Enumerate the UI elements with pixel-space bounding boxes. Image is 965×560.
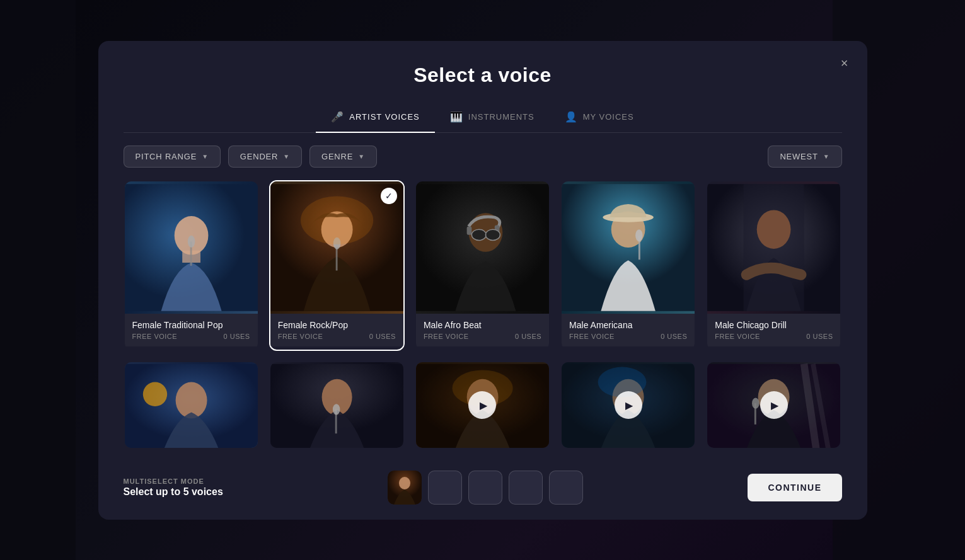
multiselect-mode-label: MULTISELECT MODE (124, 477, 223, 485)
close-button[interactable]: × (835, 54, 855, 74)
voice-meta: FREE VOICE 0 USES (569, 333, 687, 340)
tab-instruments[interactable]: 🎹 INSTRUMENTS (435, 105, 550, 133)
svg-point-27 (142, 382, 166, 406)
voice-name: Female Rock/Pop (278, 320, 396, 330)
filters-row: PITCH RANGE ▼ GENDER ▼ GENRE ▼ NEWEST ▼ (98, 133, 867, 180)
svg-point-31 (333, 404, 340, 414)
voice-tag: FREE VOICE (715, 333, 760, 340)
svg-point-21 (635, 229, 643, 241)
voice-meta: FREE VOICE 0 USES (132, 333, 250, 340)
tab-artist-voices[interactable]: 🎤 ARTIST VOICES (316, 105, 435, 133)
play-button[interactable]: ▶ (468, 391, 496, 419)
modal-overlay: Select a voice × 🎤 ARTIST VOICES 🎹 INSTR… (0, 0, 965, 560)
voice-card-female-rock-pop[interactable]: ✓ (269, 180, 405, 351)
tabs-container: 🎤 ARTIST VOICES 🎹 INSTRUMENTS 👤 MY VOICE… (124, 105, 842, 133)
voice-image-female-trad (125, 181, 258, 314)
voice-name: Male Afro Beat (424, 320, 541, 330)
gender-label: GENDER (240, 152, 278, 161)
voice-info-female-trad: Female Traditional Pop FREE VOICE 0 USES (125, 314, 258, 346)
voice-tag: FREE VOICE (569, 333, 615, 340)
voice-uses: 0 USES (224, 333, 250, 340)
voice-meta: FREE VOICE 0 USES (424, 333, 541, 340)
voice-uses: 0 USES (515, 333, 541, 340)
voice-image-male-afro (416, 181, 549, 314)
genre-label: GENRE (321, 152, 353, 161)
selected-voices-row (233, 471, 738, 505)
voice-card-10[interactable]: ▶ (706, 361, 841, 449)
sort-label: NEWEST (780, 152, 818, 161)
voice-tag: FREE VOICE (424, 333, 469, 340)
continue-button[interactable]: CONTINUE (748, 474, 841, 501)
voice-card-6[interactable] (124, 361, 259, 449)
voice-image-6 (125, 362, 258, 449)
selected-slot-5 (549, 471, 583, 505)
play-button[interactable]: ▶ (615, 391, 642, 419)
voice-card-male-chicago-drill[interactable]: Male Chicago Drill FREE VOICE 0 USES (706, 180, 841, 351)
modal-title: Select a voice (124, 64, 842, 87)
voice-image-7 (270, 362, 403, 449)
select-voice-modal: Select a voice × 🎤 ARTIST VOICES 🎹 INSTR… (98, 41, 867, 520)
voice-info-male-afro: Male Afro Beat FREE VOICE 0 USES (416, 314, 549, 346)
voice-tag: FREE VOICE (278, 333, 323, 340)
voices-grid: Female Traditional Pop FREE VOICE 0 USES… (98, 180, 867, 453)
voice-card-male-afro-beat[interactable]: Male Afro Beat FREE VOICE 0 USES (415, 180, 550, 351)
selected-check-icon: ✓ (381, 188, 397, 204)
tab-my-voices[interactable]: 👤 MY VOICES (550, 105, 649, 133)
voice-card-male-americana[interactable]: Male Americana FREE VOICE 0 USES (560, 180, 696, 351)
play-overlay: ▶ (416, 362, 549, 448)
chevron-down-icon: ▼ (283, 153, 290, 160)
svg-point-45 (399, 477, 410, 489)
voice-card-9[interactable]: ▶ (560, 361, 696, 449)
sort-button[interactable]: NEWEST ▼ (768, 146, 841, 168)
voice-name: Male Americana (569, 320, 687, 330)
tab-artist-voices-label: ARTIST VOICES (349, 112, 420, 122)
pitch-range-filter[interactable]: PITCH RANGE ▼ (124, 146, 221, 168)
selected-slot-1 (388, 471, 422, 505)
voice-info-female-rock: Female Rock/Pop FREE VOICE 0 USES (270, 314, 403, 346)
voice-uses: 0 USES (661, 333, 687, 340)
footer-bar: MULTISELECT MODE Select up to 5 voices (98, 460, 867, 507)
svg-point-4 (187, 235, 195, 247)
selected-slot-3 (468, 471, 502, 505)
selected-slot-2 (428, 471, 462, 505)
voice-card-8[interactable]: ▶ (415, 361, 550, 449)
voice-meta: FREE VOICE 0 USES (715, 333, 833, 340)
svg-point-15 (485, 229, 500, 240)
voice-name: Female Traditional Pop (132, 320, 250, 330)
voice-info-male-americana: Male Americana FREE VOICE 0 USES (562, 314, 695, 346)
svg-rect-12 (467, 226, 472, 234)
voice-tag: FREE VOICE (132, 333, 178, 340)
chevron-down-icon: ▼ (823, 153, 830, 160)
piano-icon: 🎹 (450, 111, 463, 123)
person-icon: 👤 (565, 111, 578, 123)
voice-card-7[interactable] (269, 361, 405, 449)
selected-slot-4 (509, 471, 543, 505)
filters-left: PITCH RANGE ▼ GENDER ▼ GENRE ▼ (124, 146, 377, 168)
voice-image-male-chicago (707, 181, 840, 314)
play-overlay: ▶ (707, 362, 840, 448)
voice-image-male-americana (562, 181, 695, 314)
voice-info-male-chicago: Male Chicago Drill FREE VOICE 0 USES (707, 314, 840, 346)
multiselect-info: MULTISELECT MODE Select up to 5 voices (124, 477, 223, 498)
microphone-icon: 🎤 (331, 111, 344, 123)
select-count-label: Select up to 5 voices (124, 486, 223, 498)
tab-my-voices-label: MY VOICES (583, 112, 634, 122)
pitch-range-label: PITCH RANGE (136, 152, 197, 161)
voice-uses: 0 USES (806, 333, 833, 340)
genre-filter[interactable]: GENRE ▼ (309, 146, 377, 168)
play-button[interactable]: ▶ (760, 391, 788, 419)
chevron-down-icon: ▼ (202, 153, 209, 160)
svg-point-14 (471, 229, 486, 240)
play-overlay: ▶ (562, 362, 695, 448)
voice-meta: FREE VOICE 0 USES (278, 333, 396, 340)
voice-uses: 0 USES (369, 333, 396, 340)
gender-filter[interactable]: GENDER ▼ (228, 146, 302, 168)
svg-point-9 (301, 196, 373, 244)
voice-name: Male Chicago Drill (715, 320, 833, 330)
tab-instruments-label: INSTRUMENTS (468, 112, 535, 122)
voice-card-female-trad-pop[interactable]: Female Traditional Pop FREE VOICE 0 USES (124, 180, 259, 351)
modal-header: Select a voice × 🎤 ARTIST VOICES 🎹 INSTR… (98, 41, 867, 133)
chevron-down-icon: ▼ (358, 153, 365, 160)
svg-point-24 (757, 210, 791, 248)
